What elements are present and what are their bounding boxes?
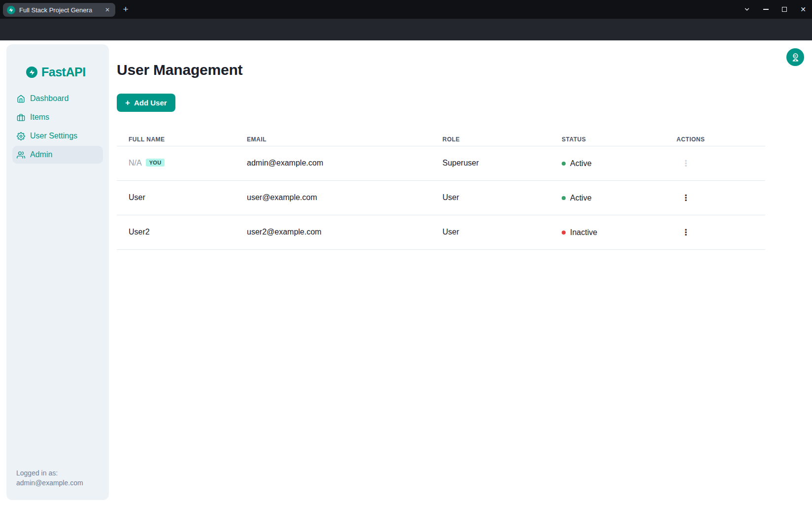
sidebar-item-label: User Settings bbox=[30, 132, 77, 140]
row-actions-menu-button[interactable]: ⋮ bbox=[679, 226, 692, 238]
logged-in-email: admin@example.com bbox=[16, 478, 83, 488]
maximize-icon bbox=[782, 7, 787, 12]
browser-titlebar: Full Stack Project Genera ✕ + ✕ bbox=[0, 0, 812, 19]
logged-in-label: Logged in as: bbox=[16, 468, 83, 478]
header-actions: ACTIONS bbox=[665, 126, 765, 146]
row-actions-menu-button[interactable]: ⋮ bbox=[679, 191, 692, 204]
full-name-value: N/A bbox=[129, 159, 142, 167]
user-menu-button[interactable] bbox=[786, 48, 804, 66]
window-maximize-button[interactable] bbox=[778, 3, 790, 15]
table-row: User user@example.com User Active ⋮ bbox=[117, 180, 765, 215]
sidebar-item-admin[interactable]: Admin bbox=[12, 146, 103, 164]
browser-tab[interactable]: Full Stack Project Genera ✕ bbox=[3, 3, 115, 17]
new-tab-button[interactable]: + bbox=[120, 4, 131, 15]
cell-actions: ⋮ bbox=[665, 215, 765, 249]
browser-navbar: i localhost/admin 1 bbox=[0, 19, 812, 40]
sidebar-item-label: Items bbox=[30, 113, 49, 122]
sidebar: FastAPI Dashboard Items User Settings A bbox=[6, 44, 109, 500]
cell-full-name: User bbox=[117, 180, 235, 215]
cell-full-name: N/AYOU bbox=[117, 146, 235, 180]
row-actions-menu-button[interactable]: ⋮ bbox=[679, 157, 692, 169]
status-value: Active bbox=[570, 159, 592, 168]
sidebar-item-user-settings[interactable]: User Settings bbox=[12, 127, 103, 145]
users-table: FULL NAME EMAIL ROLE STATUS ACTIONS N/AY… bbox=[117, 126, 765, 250]
sidebar-item-label: Dashboard bbox=[30, 94, 68, 103]
header-full-name: FULL NAME bbox=[117, 126, 235, 146]
cell-actions: ⋮ bbox=[665, 146, 765, 180]
fastapi-logo-text: FastAPI bbox=[41, 65, 86, 79]
sidebar-footer: Logged in as: admin@example.com bbox=[16, 468, 83, 488]
table-row: User2 user2@example.com User Inactive ⋮ bbox=[117, 215, 765, 249]
tab-close-icon[interactable]: ✕ bbox=[105, 7, 110, 13]
cell-status: Active bbox=[550, 180, 665, 215]
add-user-button[interactable]: + Add User bbox=[117, 94, 175, 112]
header-email: EMAIL bbox=[235, 126, 431, 146]
minimize-icon bbox=[763, 9, 769, 10]
table-header-row: FULL NAME EMAIL ROLE STATUS ACTIONS bbox=[117, 126, 765, 146]
cell-email: admin@example.com bbox=[235, 146, 431, 180]
gear-icon bbox=[17, 132, 25, 140]
fastapi-logo-icon bbox=[26, 67, 37, 78]
cell-full-name: User2 bbox=[117, 215, 235, 249]
cell-email: user@example.com bbox=[235, 180, 431, 215]
home-icon bbox=[17, 95, 25, 103]
window-close-button[interactable]: ✕ bbox=[797, 3, 809, 15]
status-dot bbox=[562, 231, 566, 235]
user-astronaut-icon bbox=[790, 52, 801, 63]
users-icon bbox=[17, 151, 25, 159]
page-title: User Management bbox=[117, 62, 242, 78]
you-badge: YOU bbox=[146, 159, 165, 167]
status-dot bbox=[562, 162, 566, 166]
briefcase-icon bbox=[17, 113, 25, 122]
table-row: N/AYOU admin@example.com Superuser Activ… bbox=[117, 146, 765, 180]
cell-role: Superuser bbox=[431, 146, 550, 180]
cell-status: Inactive bbox=[550, 215, 665, 249]
tab-search-chevron-icon[interactable] bbox=[741, 3, 753, 15]
sidebar-nav: Dashboard Items User Settings Admin bbox=[6, 90, 109, 164]
cell-role: User bbox=[431, 180, 550, 215]
cell-email: user2@example.com bbox=[235, 215, 431, 249]
header-role: ROLE bbox=[431, 126, 550, 146]
status-value: Inactive bbox=[570, 228, 597, 237]
tab-title: Full Stack Project Genera bbox=[19, 6, 102, 14]
cell-status: Active bbox=[550, 146, 665, 180]
sidebar-item-items[interactable]: Items bbox=[12, 108, 103, 126]
window-controls: ✕ bbox=[741, 0, 809, 19]
fastapi-favicon-icon bbox=[7, 6, 15, 14]
browser-window: Full Stack Project Genera ✕ + ✕ i lo bbox=[0, 0, 812, 505]
sidebar-item-dashboard[interactable]: Dashboard bbox=[12, 90, 103, 107]
cell-actions: ⋮ bbox=[665, 180, 765, 215]
window-minimize-button[interactable] bbox=[760, 3, 772, 15]
sidebar-item-label: Admin bbox=[30, 150, 52, 159]
add-user-label: Add User bbox=[134, 99, 167, 107]
close-icon: ✕ bbox=[800, 6, 806, 13]
fastapi-logo[interactable]: FastAPI bbox=[6, 44, 109, 79]
status-dot bbox=[562, 196, 566, 200]
header-status: STATUS bbox=[550, 126, 665, 146]
app-page: FastAPI Dashboard Items User Settings A bbox=[0, 40, 812, 505]
plus-icon: + bbox=[125, 99, 130, 107]
status-value: Active bbox=[570, 194, 592, 202]
cell-role: User bbox=[431, 215, 550, 249]
